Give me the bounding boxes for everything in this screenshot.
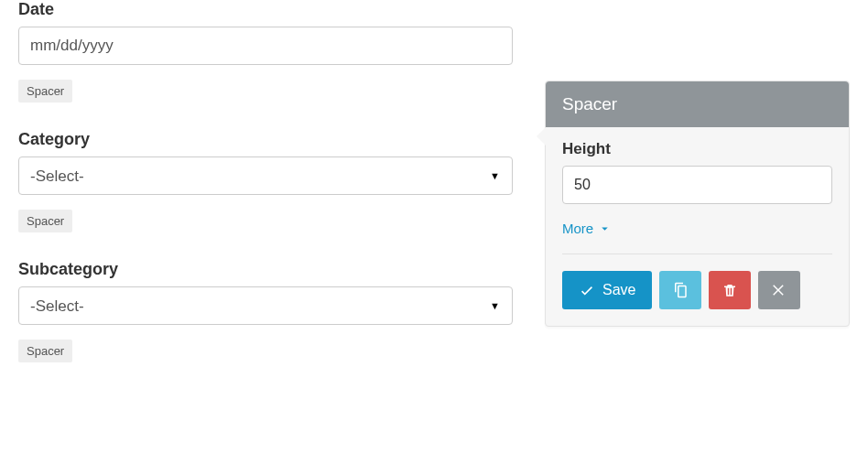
category-label: Category (18, 130, 513, 149)
copy-button[interactable] (659, 271, 701, 309)
date-field-group: Date (18, 0, 513, 65)
date-input[interactable] (18, 27, 513, 65)
copy-icon (672, 282, 689, 298)
close-button[interactable] (758, 271, 800, 309)
popover-divider (562, 254, 832, 254)
spacer-chip-2[interactable]: Spacer (18, 210, 72, 232)
delete-button[interactable] (709, 271, 751, 309)
trash-icon (722, 282, 738, 298)
more-label: More (562, 221, 593, 236)
save-button[interactable]: Save (562, 271, 652, 309)
category-field-group: Category -Select- ▼ (18, 130, 513, 195)
spacer-chip-1[interactable]: Spacer (18, 80, 72, 103)
subcategory-label: Subcategory (18, 260, 513, 279)
more-toggle[interactable]: More (562, 221, 611, 236)
chevron-down-icon (599, 222, 611, 234)
close-icon (771, 282, 787, 298)
category-select[interactable]: -Select- (18, 156, 513, 195)
popover-title: Spacer (546, 81, 849, 127)
height-input[interactable] (562, 166, 832, 204)
subcategory-field-group: Subcategory -Select- ▼ (18, 260, 513, 325)
subcategory-select[interactable]: -Select- (18, 286, 513, 325)
save-button-label: Save (602, 282, 635, 298)
spacer-chip-3[interactable]: Spacer (18, 340, 72, 362)
date-label: Date (18, 0, 513, 19)
spacer-settings-popover: Spacer Height More Save (545, 81, 850, 327)
check-icon (579, 282, 595, 298)
height-label: Height (562, 140, 832, 158)
